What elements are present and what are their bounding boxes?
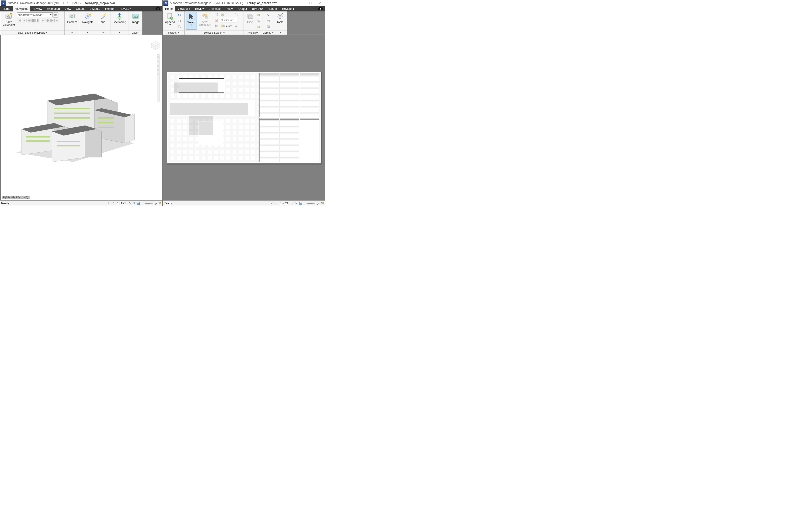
sheet-last-button[interactable] (132, 202, 136, 205)
sectioning-label: Sectioning (113, 21, 126, 24)
chevron-down-icon[interactable] (87, 32, 88, 33)
app-icon[interactable]: N (1, 0, 6, 6)
quick-properties-button[interactable] (265, 18, 271, 24)
refresh-button[interactable] (177, 12, 182, 18)
append-button[interactable]: Append (164, 12, 176, 30)
file-options-button[interactable] (177, 24, 182, 30)
sheet-last-button[interactable] (295, 202, 298, 205)
image-label: Image (132, 21, 139, 24)
sets-button[interactable]: Sets (220, 23, 233, 29)
rewind-start-button[interactable] (17, 19, 21, 22)
sheet-next-button[interactable] (128, 202, 132, 205)
tools-button[interactable]: Tools (275, 12, 285, 30)
chevron-down-icon[interactable] (71, 32, 73, 33)
tab-viewpoint[interactable]: Viewpoint (13, 6, 30, 11)
close-button[interactable] (153, 0, 162, 6)
app-icon[interactable]: N (163, 0, 168, 6)
reset-button[interactable] (177, 18, 182, 24)
find-items-button[interactable] (234, 12, 239, 17)
svg-rect-46 (98, 117, 114, 119)
properties-button[interactable] (265, 24, 271, 30)
svg-rect-76 (215, 27, 215, 27)
svg-point-25 (157, 56, 159, 58)
sheet-first-button[interactable] (269, 202, 273, 205)
selection-tree-button[interactable] (213, 23, 219, 29)
svg-rect-51 (26, 136, 50, 138)
viewport-2d[interactable] (163, 35, 325, 201)
save-selection-button[interactable]: SaveSelection (198, 12, 212, 30)
nav-bar-icon[interactable] (156, 54, 160, 102)
select-search-caption[interactable]: Select & Search (185, 30, 243, 35)
select-none-button[interactable] (213, 18, 219, 23)
quick-find-go-button[interactable] (234, 23, 239, 29)
tab-bim360[interactable]: BIM 360 (250, 6, 265, 11)
sheet-prev-button[interactable] (111, 202, 115, 205)
step-fwd-button[interactable] (50, 19, 55, 22)
project-caption[interactable]: Project (163, 30, 184, 35)
minimize-button[interactable] (134, 0, 143, 6)
play-button[interactable] (41, 19, 45, 22)
camera-button[interactable]: Camera (66, 12, 79, 30)
tab-view[interactable]: View (62, 6, 74, 11)
tab-home[interactable]: Home (163, 6, 175, 11)
maximize-button[interactable] (143, 0, 153, 6)
tab-revizto4[interactable]: Revizto 4 (117, 6, 134, 11)
navigate-button[interactable]: Navigate (81, 12, 95, 30)
display-caption[interactable]: Display (262, 30, 273, 35)
tab-output[interactable]: Output (74, 6, 87, 11)
svg-rect-67 (205, 17, 208, 19)
edit-viewpoint-button[interactable] (53, 12, 58, 18)
tab-view[interactable]: View (225, 6, 236, 11)
tab-review[interactable]: Review (30, 6, 45, 11)
quick-find-input[interactable]: Quick Find (220, 18, 237, 22)
sectioning-button[interactable]: Sectioning (111, 12, 127, 30)
step-back-button[interactable] (22, 19, 26, 22)
viewpoint-combo[interactable]: *Unsaved Viewpoint* (17, 12, 53, 17)
svg-point-26 (157, 61, 159, 62)
chevron-down-icon[interactable] (119, 32, 120, 33)
render-style-button[interactable]: Rend... (97, 12, 109, 30)
play-back-button[interactable] (27, 19, 31, 22)
hide-unselected-button[interactable] (256, 18, 261, 24)
maximize-button[interactable] (306, 0, 315, 6)
sheet-prev-button[interactable] (274, 202, 278, 205)
tab-viewpoint[interactable]: Viewpoint (175, 6, 193, 11)
rewind-end-button[interactable] (55, 19, 59, 22)
pause-button[interactable] (36, 19, 40, 22)
tab-revizto4[interactable]: Revizto 4 (280, 6, 296, 11)
chevron-down-icon[interactable] (280, 32, 281, 33)
tab-animation[interactable]: Animation (207, 6, 225, 11)
image-button[interactable]: Image (130, 12, 141, 30)
sheet-browser-button[interactable] (299, 202, 303, 205)
links-button[interactable] (265, 12, 271, 18)
select-same-button[interactable] (220, 12, 225, 17)
tab-bim360[interactable]: BIM 360 (87, 6, 103, 11)
select-all-button[interactable] (213, 12, 219, 17)
sheet-first-button[interactable] (107, 202, 111, 205)
viewcube-icon[interactable] (150, 40, 160, 51)
tab-review[interactable]: Review (193, 6, 207, 11)
tab-home[interactable]: Home (0, 6, 13, 11)
svg-point-28 (157, 69, 159, 71)
unhide-all-button[interactable] (256, 24, 261, 30)
help-indicator[interactable] (318, 7, 323, 10)
select-button[interactable]: Select (185, 12, 197, 30)
record-button[interactable] (46, 19, 50, 22)
sheet-next-button[interactable] (290, 202, 294, 205)
tab-render[interactable]: Render (265, 6, 280, 11)
tab-render[interactable]: Render (103, 6, 117, 11)
tab-animation[interactable]: Animation (45, 6, 62, 11)
sheet-browser-button[interactable] (137, 202, 140, 205)
navigate-icon (84, 12, 92, 20)
tab-output[interactable]: Output (236, 6, 250, 11)
help-indicator[interactable] (155, 7, 160, 10)
svg-point-13 (47, 19, 49, 22)
hide-button[interactable]: Hide (245, 12, 255, 30)
chevron-down-icon[interactable] (102, 32, 104, 33)
save-viewpoint-button[interactable]: SaveViewpoint (1, 12, 17, 30)
close-button[interactable] (315, 0, 325, 6)
stop-button[interactable] (31, 19, 35, 22)
viewport-3d[interactable]: Ц(64)-1/1(-97) :_ (45) (0, 35, 162, 201)
minimize-button[interactable] (296, 0, 306, 6)
require-button[interactable] (256, 12, 261, 18)
